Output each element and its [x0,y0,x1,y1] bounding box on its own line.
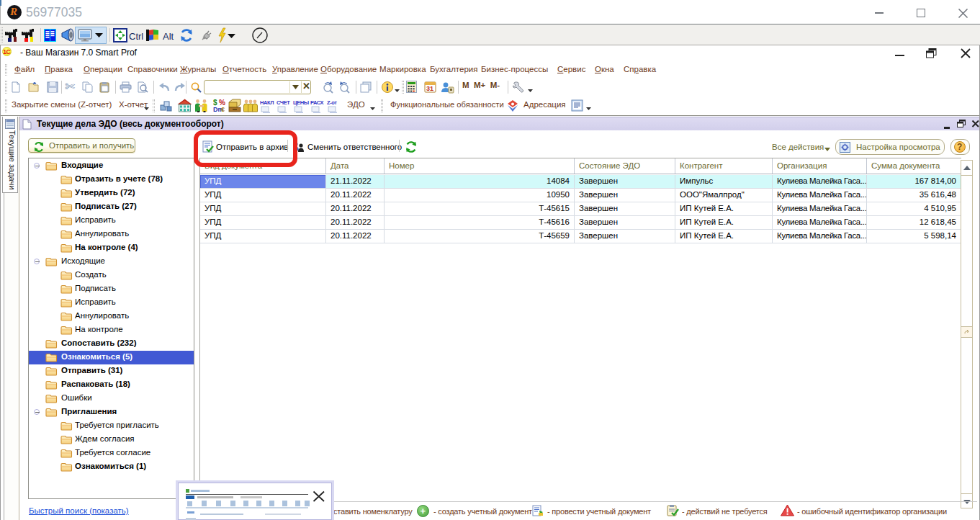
svg-text:€: € [221,106,225,112]
svg-text:31: 31 [426,85,433,92]
